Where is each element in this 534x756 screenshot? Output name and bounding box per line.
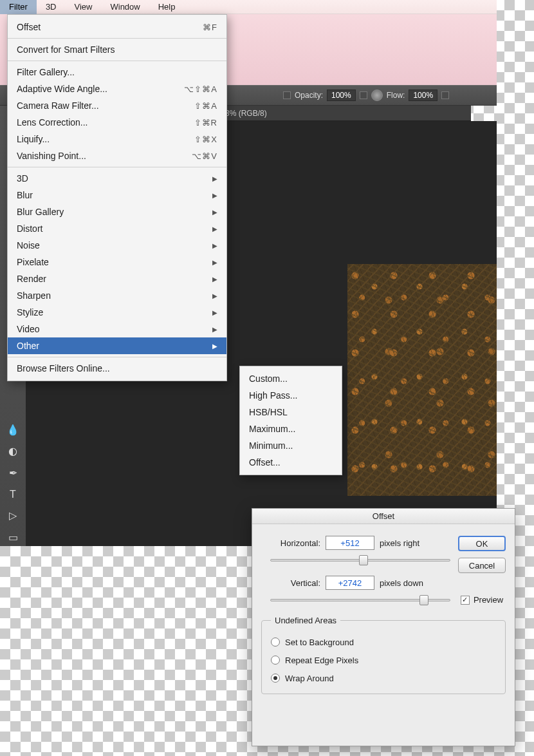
cancel-button[interactable]: Cancel [458, 558, 506, 573]
filter-menu: Offset ⌘F Convert for Smart Filters Filt… [7, 14, 227, 381]
menu-item-shortcut: ⇧⌘X [194, 135, 217, 144]
vertical-input[interactable] [326, 576, 374, 590]
radio-repeat-edge[interactable]: Repeat Edge Pixels [271, 651, 496, 669]
vertical-slider[interactable] [270, 594, 450, 607]
menu-item-label: Custom... [249, 373, 288, 384]
menu-separator [8, 167, 226, 167]
flow-dropdown-icon[interactable] [441, 91, 449, 99]
menu-item-noise[interactable]: Noise▶ [8, 237, 226, 254]
opacity-dropdown-icon[interactable] [360, 91, 367, 99]
menu-item-vanishing-point[interactable]: Vanishing Point...⌥⌘V [8, 147, 226, 164]
ok-button[interactable]: OK [458, 536, 506, 551]
blur-tool-icon[interactable]: 💧 [4, 421, 22, 439]
submenu-item-custom[interactable]: Custom... [240, 370, 342, 387]
menu-filter[interactable]: Filter [0, 0, 37, 14]
menu-item-label: Render [17, 274, 46, 284]
slider-thumb[interactable] [359, 555, 368, 565]
undefined-areas-legend: Undefined Areas [271, 616, 340, 625]
submenu-item-hsb-hsl[interactable]: HSB/HSL [240, 404, 342, 421]
menu-item-3d[interactable]: 3D▶ [8, 170, 226, 187]
submenu-arrow-icon: ▶ [212, 326, 217, 333]
flow-value[interactable]: 100% [409, 90, 437, 101]
menu-item-label: Minimum... [249, 440, 293, 451]
submenu-item-minimum[interactable]: Minimum... [240, 437, 342, 454]
dodge-tool-icon[interactable]: ◐ [4, 442, 22, 460]
menu-item-label: High Pass... [249, 390, 297, 401]
radio-label: Wrap Around [285, 674, 334, 683]
submenu-arrow-icon: ▶ [212, 259, 217, 266]
rectangle-tool-icon[interactable]: ▭ [4, 529, 22, 546]
radio-icon [271, 674, 280, 683]
mode-dropdown-icon[interactable] [283, 91, 291, 99]
slider-thumb[interactable] [419, 595, 428, 605]
menu-item-label: Blur [17, 190, 33, 200]
horizontal-input[interactable] [326, 536, 374, 550]
menu-item-shortcut: ⌘F [203, 23, 217, 32]
menu-item-label: Distort [17, 223, 42, 234]
radio-icon [271, 656, 280, 665]
menu-item-label: Lens Correction... [17, 117, 88, 128]
menu-item-camera-raw[interactable]: Camera Raw Filter...⇧⌘A [8, 97, 226, 114]
radio-set-background[interactable]: Set to Background [271, 633, 496, 651]
menu-view[interactable]: View [66, 0, 102, 14]
menu-item-stylize[interactable]: Stylize▶ [8, 304, 226, 321]
menu-item-sharpen[interactable]: Sharpen▶ [8, 287, 226, 304]
pressure-opacity-icon[interactable] [371, 90, 383, 101]
vertical-unit: pixels down [380, 578, 423, 588]
menu-item-label: Offset... [249, 457, 281, 468]
menu-item-label: Maximum... [249, 424, 295, 434]
menu-item-label: Adaptive Wide Angle... [17, 84, 107, 94]
menu-item-adaptive-wide-angle[interactable]: Adaptive Wide Angle...⌥⇧⌘A [8, 80, 226, 97]
opacity-label: Opacity: [295, 91, 323, 100]
submenu-item-maximum[interactable]: Maximum... [240, 421, 342, 437]
menu-item-other[interactable]: Other▶ [8, 337, 226, 354]
menu-item-label: Convert for Smart Filters [17, 44, 115, 55]
submenu-arrow-icon: ▶ [212, 292, 217, 299]
preview-label: Preview [474, 595, 503, 605]
vertical-label: Vertical: [261, 578, 320, 588]
submenu-arrow-icon: ▶ [212, 242, 217, 249]
menu-item-pixelate[interactable]: Pixelate▶ [8, 254, 226, 270]
menu-separator [8, 38, 226, 39]
menu-item-blur-gallery[interactable]: Blur Gallery▶ [8, 203, 226, 220]
menu-item-filter-gallery[interactable]: Filter Gallery... [8, 64, 226, 80]
menu-item-last-filter[interactable]: Offset ⌘F [8, 19, 226, 35]
menu-item-label: Sharpen [17, 290, 51, 301]
menu-item-browse-online[interactable]: Browse Filters Online... [8, 360, 226, 377]
submenu-arrow-icon: ▶ [212, 309, 217, 316]
checkbox-icon: ✓ [461, 596, 470, 605]
menu-item-label: Blur Gallery [17, 207, 64, 217]
opacity-value[interactable]: 100% [327, 90, 356, 101]
menu-item-label: Other [17, 341, 39, 351]
menu-item-lens-correction[interactable]: Lens Correction...⇧⌘R [8, 114, 226, 131]
menu-item-label: Browse Filters Online... [17, 363, 110, 373]
menu-item-label: Stylize [17, 307, 43, 317]
menu-item-label: Vanishing Point... [17, 151, 86, 161]
menu-item-blur[interactable]: Blur▶ [8, 187, 226, 203]
submenu-item-high-pass[interactable]: High Pass... [240, 387, 342, 404]
horizontal-slider[interactable] [270, 554, 450, 567]
menu-item-distort[interactable]: Distort▶ [8, 220, 226, 237]
other-submenu: Custom... High Pass... HSB/HSL Maximum..… [239, 366, 342, 475]
menu-item-label: Video [17, 324, 40, 334]
pen-tool-icon[interactable]: ✒ [4, 464, 22, 482]
path-select-tool-icon[interactable]: ▷ [4, 507, 22, 524]
preview-checkbox[interactable]: ✓ Preview [461, 595, 503, 605]
type-tool-icon[interactable]: T [4, 486, 22, 503]
radio-icon [271, 638, 280, 647]
menu-item-liquify[interactable]: Liquify...⇧⌘X [8, 131, 226, 147]
radio-wrap-around[interactable]: Wrap Around [271, 669, 496, 687]
submenu-item-offset[interactable]: Offset... [240, 454, 342, 471]
menubar: Filter 3D View Window Help [0, 0, 497, 14]
menu-window[interactable]: Window [101, 0, 149, 14]
menu-item-video[interactable]: Video▶ [8, 321, 226, 337]
radio-label: Repeat Edge Pixels [285, 656, 358, 665]
menu-item-convert-smart[interactable]: Convert for Smart Filters [8, 41, 226, 58]
menu-3d[interactable]: 3D [37, 0, 66, 14]
menu-item-label: 3D [17, 173, 28, 184]
menu-help[interactable]: Help [149, 0, 185, 14]
menu-item-render[interactable]: Render▶ [8, 270, 226, 287]
texture-image [347, 264, 497, 496]
submenu-arrow-icon: ▶ [212, 225, 217, 232]
document-tab[interactable]: 3% (RGB/8) [225, 109, 267, 118]
